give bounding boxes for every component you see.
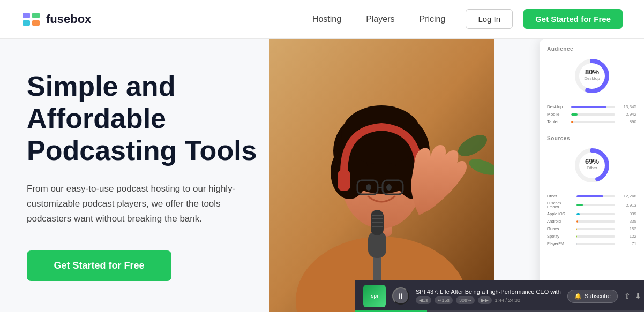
player-controls: ◀1s ↩15s 30s↪ ▶▶ 1:44 / 24:32 [416, 296, 561, 304]
stat-label-mobile: Mobile [547, 112, 568, 117]
nav-pricing[interactable]: Pricing [410, 10, 455, 28]
analytics-panel: Audience 80% Desktop Desktop [540, 39, 644, 312]
svg-point-18 [386, 184, 392, 191]
stat-bar-fusebox [576, 204, 615, 206]
stat-value-mobile: 2,942 [618, 112, 636, 117]
stat-bar-bg-tablet [571, 121, 615, 123]
donut-chart-desktop-svg: 80% Desktop [573, 57, 611, 95]
logo-text: fusebox [46, 12, 91, 26]
stat-value-tablet: 890 [618, 119, 636, 124]
stat-bar-fill-mobile [571, 113, 578, 116]
stat-bar-fill-tablet [571, 121, 573, 123]
stat-row-other: Other 12,248 [547, 194, 636, 199]
subscribe-label: Subscribe [585, 293, 611, 299]
analytics-section-sources-title: Sources [547, 135, 636, 141]
player-total-time: 24:32 [508, 298, 521, 303]
stat-row-desktop: Desktop 13,345 [547, 104, 636, 109]
hero-cta-button[interactable]: Get Started for Free [27, 250, 171, 281]
stat-bar-bg-desktop [571, 106, 615, 108]
player-actions: ⇧ ⬇ ☰ [624, 292, 644, 300]
hero-content: Simple and Affordable Podcasting Tools F… [0, 39, 311, 312]
player-time: 1:44 / 24:32 [495, 298, 521, 303]
donut1-percent: 80% [585, 68, 598, 76]
svg-rect-3 [32, 20, 40, 26]
player-thumbnail: spi [363, 285, 386, 307]
rewind-1s-button[interactable]: ◀1s [416, 296, 431, 304]
svg-rect-15 [338, 170, 350, 191]
stat-row-mobile: Mobile 2,942 [547, 112, 636, 117]
donut-chart-desktop: 80% Desktop [547, 57, 636, 99]
play-pause-icon: ⏸ [397, 292, 405, 300]
fusebox-logo-icon [21, 10, 41, 29]
hero-title: Simple and Affordable Podcasting Tools [27, 71, 284, 166]
stat-bar-android [576, 220, 615, 223]
analytics-section-audience-title: Audience [547, 46, 636, 52]
stat-row-fusebox: Fusebox Embed 2,913 [547, 201, 636, 209]
nav-players[interactable]: Players [356, 10, 404, 28]
podcast-player: spi ⏸ SPI 437: Life After Being a High-P… [355, 280, 644, 312]
nav: Hosting Players Pricing Log In Get Start… [303, 9, 623, 29]
nav-hosting[interactable]: Hosting [303, 10, 351, 28]
rewind-15s-button[interactable]: ↩15s [435, 296, 453, 304]
stat-bar-itunes [576, 228, 615, 230]
donut-chart-sources-svg: 69% Other [573, 147, 611, 184]
subscribe-icon: 🔔 [574, 293, 582, 300]
stats-sources: Other 12,248 Fusebox Embed 2,913 Apple i… [547, 194, 636, 246]
player-current-time: 1:44 [495, 298, 505, 303]
svg-rect-0 [23, 13, 30, 18]
fast-forward-button[interactable]: ▶▶ [478, 296, 492, 304]
donut1-label: Desktop [584, 76, 600, 81]
stat-bar-apple [576, 213, 615, 215]
stat-bar-bg-mobile [571, 113, 615, 116]
thumbnail-text: spi [371, 294, 378, 299]
subscribe-button[interactable]: 🔔 Subscribe [567, 290, 618, 303]
share-icon[interactable]: ⇧ [624, 292, 631, 300]
play-pause-button[interactable]: ⏸ [392, 287, 409, 305]
svg-rect-2 [32, 13, 40, 18]
stat-row-spotify: Spotify 122 [547, 234, 636, 239]
hero-section: Simple and Affordable Podcasting Tools F… [0, 39, 644, 312]
header-cta-button[interactable]: Get Started for Free [523, 9, 623, 29]
stat-row-android: Android 339 [547, 219, 636, 224]
stat-bar-other [576, 195, 615, 197]
stat-row-itunes: iTunes 152 [547, 226, 636, 231]
donut2-label: Other [586, 165, 597, 170]
stat-label-desktop: Desktop [547, 104, 568, 109]
donut-chart-sources: 69% Other [547, 147, 636, 188]
login-button[interactable]: Log In [466, 9, 513, 29]
hero-subtitle: From our easy-to-use podcast hosting to … [27, 181, 263, 226]
stat-row-playerfm: PlayerFM 71 [547, 241, 636, 246]
player-info: SPI 437: Life After Being a High-Perform… [416, 288, 561, 304]
svg-rect-1 [23, 20, 30, 26]
header: fusebox Hosting Players Pricing Log In G… [0, 0, 644, 39]
stat-row-apple: Apple iOS 939 [547, 211, 636, 216]
stats-audience: Desktop 13,345 Mobile 2,942 Tablet [547, 104, 636, 124]
svg-point-17 [366, 184, 371, 191]
download-icon[interactable]: ⬇ [635, 292, 641, 300]
stat-value-desktop: 13,345 [618, 104, 636, 109]
stat-bar-playerfm [576, 243, 615, 245]
stat-row-tablet: Tablet 890 [547, 119, 636, 124]
stat-bar-spotify [576, 235, 615, 238]
forward-30s-button[interactable]: 30s↪ [456, 296, 475, 304]
panel-divider [547, 130, 636, 130]
logo: fusebox [21, 10, 91, 29]
donut2-percent: 69% [585, 157, 598, 165]
player-title: SPI 437: Life After Being a High-Perform… [416, 288, 561, 295]
hero-visual: Audience 80% Desktop Desktop [269, 39, 644, 312]
stat-label-tablet: Tablet [547, 119, 568, 124]
stat-bar-fill-desktop [571, 106, 606, 108]
